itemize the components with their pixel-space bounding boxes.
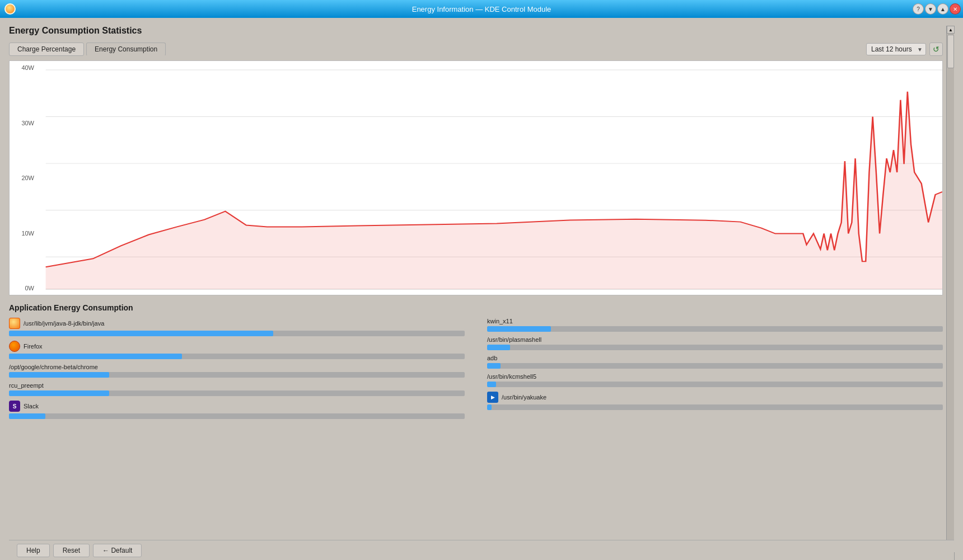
adb-bar-track [487, 363, 943, 369]
kwin-bar-track [487, 326, 943, 332]
firefox-name: Firefox [24, 343, 43, 350]
bottom-buttons: Help Reset ← Default [17, 544, 142, 557]
main-scrollbar: ▲ ▼ [946, 26, 954, 560]
java-name: /usr/lib/jvm/java-8-jdk/bin/java [24, 320, 104, 327]
tabs-left: Charge Percentage Energy Consumption [9, 43, 166, 56]
app-item-chrome: /opt/google/chrome-beta/chrome [9, 364, 465, 378]
slack-bar-track [9, 413, 465, 419]
kcmshell-bar-fill [487, 382, 496, 387]
scrollbar-thumb[interactable] [947, 35, 954, 68]
help-bottom-button[interactable]: Help [17, 544, 50, 557]
rcu-name: rcu_preempt [9, 382, 44, 389]
energy-chart: 40W 30W 20W 10W 0W [9, 60, 943, 295]
plasma-name: /usr/bin/plasmashell [487, 336, 541, 343]
java-bar-fill [9, 331, 273, 336]
tab-row: Charge Percentage Energy Consumption Las… [9, 43, 943, 56]
app-item-java: /usr/lib/jvm/java-8-jdk/bin/java [9, 318, 465, 336]
chart-svg [10, 61, 942, 295]
app-item-firefox: Firefox [9, 341, 465, 359]
kcmshell-name: /usr/bin/kcmshell5 [487, 373, 536, 380]
window-title: Energy Information — KDE Control Module [412, 5, 551, 13]
content-area: Energy Consumption Statistics Charge Per… [0, 18, 963, 560]
chrome-name: /opt/google/chrome-beta/chrome [9, 364, 98, 370]
reset-button[interactable]: Reset [53, 544, 90, 557]
yakuake-icon: ▶ [487, 392, 498, 403]
restore-button[interactable]: ▲ [937, 3, 948, 15]
refresh-button[interactable]: ↺ [929, 43, 943, 56]
app-item-yakuake: ▶ /usr/bin/yakuake [487, 392, 943, 410]
adb-name: adb [487, 355, 497, 361]
java-icon [9, 318, 20, 329]
window-controls: ? ▼ ▲ ✕ [913, 3, 961, 15]
slack-bar-fill [9, 413, 45, 419]
yakuake-name: /usr/bin/yakuake [502, 394, 546, 401]
time-select-wrapper: Last 1 hour Last 2 hours Last 6 hours La… [866, 43, 926, 55]
app-item-adb: adb [487, 355, 943, 369]
title-bar: Energy Information — KDE Control Module … [0, 0, 963, 18]
kcmshell-bar-track [487, 382, 943, 387]
app-item-kcmshell: /usr/bin/kcmshell5 [487, 373, 943, 387]
rcu-bar-track [9, 390, 465, 396]
tabs-right: Last 1 hour Last 2 hours Last 6 hours La… [866, 43, 943, 56]
scrollbar-up-arrow[interactable]: ▲ [947, 26, 955, 34]
slack-icon: S [9, 401, 20, 412]
app-item-rcu: rcu_preempt [9, 382, 465, 396]
chrome-bar-track [9, 372, 465, 378]
kwin-name: kwin_x11 [487, 318, 513, 324]
time-select[interactable]: Last 1 hour Last 2 hours Last 6 hours La… [866, 43, 926, 55]
yakuake-bar-track [487, 404, 943, 410]
tab-charge-percentage[interactable]: Charge Percentage [9, 43, 84, 56]
yakuake-bar-fill [487, 404, 492, 410]
tab-energy-consumption[interactable]: Energy Consumption [86, 43, 166, 56]
firefox-bar-fill [9, 354, 182, 359]
page-title: Energy Consumption Statistics [9, 26, 943, 36]
rcu-bar-fill [9, 390, 109, 396]
java-bar-track [9, 331, 465, 336]
slack-name: Slack [24, 403, 39, 410]
app-list-left: /usr/lib/jvm/java-8-jdk/bin/java Firefox [9, 318, 465, 423]
app-list-right: kwin_x11 /usr/bin/plasmashell [487, 318, 943, 423]
bottom-bar: Help Reset ← Default [9, 540, 954, 560]
minimize-button[interactable]: ▼ [925, 3, 936, 15]
app-section-title: Application Energy Consumption [9, 303, 943, 312]
firefox-bar-track [9, 354, 465, 359]
kwin-bar-fill [487, 326, 551, 332]
firefox-icon [9, 341, 20, 352]
chrome-bar-fill [9, 372, 109, 378]
plasma-bar-track [487, 345, 943, 350]
app-item-kwin: kwin_x11 [487, 318, 943, 332]
default-button[interactable]: ← Default [93, 544, 142, 557]
app-icon [4, 3, 16, 15]
main-panel: Energy Consumption Statistics Charge Per… [9, 26, 954, 423]
adb-bar-fill [487, 363, 501, 369]
close-button[interactable]: ✕ [950, 3, 961, 15]
help-button[interactable]: ? [913, 3, 924, 15]
app-item-plasma: /usr/bin/plasmashell [487, 336, 943, 350]
plasma-bar-fill [487, 345, 510, 350]
app-item-slack: S Slack [9, 401, 465, 419]
app-list: /usr/lib/jvm/java-8-jdk/bin/java Firefox [9, 318, 943, 423]
